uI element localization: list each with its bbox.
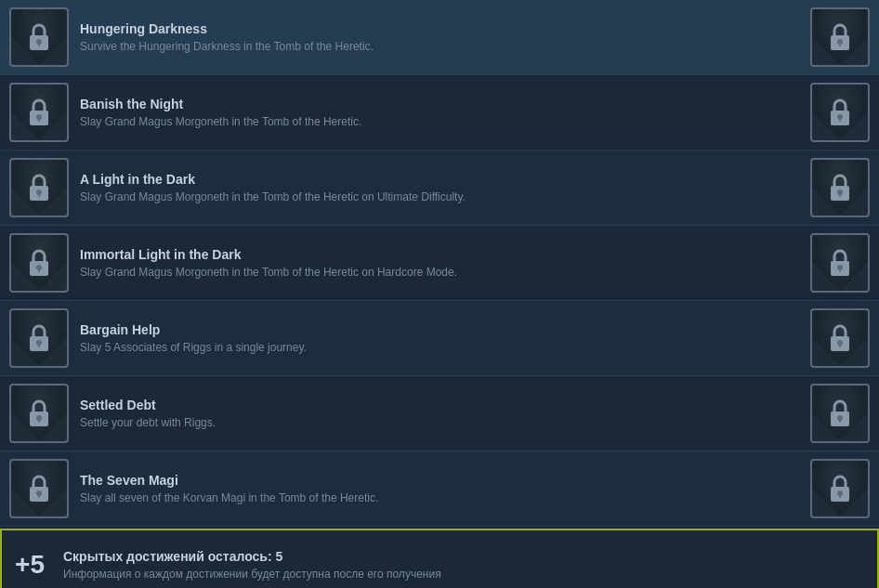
achievement-description: Slay Grand Magus Morgoneth in the Tomb o… (80, 190, 810, 203)
achievement-text: Immortal Light in the Dark Slay Grand Ma… (80, 247, 810, 279)
achievement-row: Hungering Darkness Survive the Hungering… (0, 0, 879, 75)
lock-icon (24, 321, 54, 355)
hidden-achievements-title: Скрытых достижений осталось: 5 (63, 549, 868, 564)
achievement-icon-right (810, 83, 870, 142)
achievement-icon-left (9, 7, 69, 67)
achievement-title: The Seven Magi (80, 473, 810, 488)
lock-icon-right (825, 96, 855, 129)
achievement-text: A Light in the Dark Slay Grand Magus Mor… (80, 172, 810, 203)
svg-point-7 (36, 114, 42, 120)
svg-rect-30 (30, 412, 48, 426)
achievement-icon-left (9, 459, 69, 518)
hidden-achievements-row: +5 Скрытых достижений осталось: 5 Информ… (0, 529, 879, 588)
lock-icon-right (825, 246, 855, 280)
achievement-title: A Light in the Dark (80, 172, 810, 187)
achievement-row: Banish the Night Slay Grand Magus Morgon… (0, 75, 879, 150)
svg-rect-0 (30, 35, 48, 50)
achievement-row: A Light in the Dark Slay Grand Magus Mor… (0, 150, 879, 226)
achievement-description: Survive the Hungering Darkness in the To… (80, 40, 810, 53)
lock-icon (24, 472, 54, 505)
svg-point-10 (837, 114, 843, 120)
svg-rect-5 (839, 42, 841, 46)
achievement-description: Slay Grand Magus Morgoneth in the Tomb o… (80, 266, 810, 279)
svg-point-31 (36, 415, 42, 421)
achievement-row: The Seven Magi Slay all seven of the Kor… (0, 451, 879, 527)
svg-rect-38 (38, 493, 40, 498)
svg-point-22 (837, 265, 843, 270)
svg-rect-24 (30, 336, 48, 351)
achievement-description: Slay Grand Magus Morgoneth in the Tomb o… (80, 115, 810, 128)
svg-point-19 (36, 265, 42, 270)
svg-rect-17 (839, 192, 841, 197)
svg-point-34 (837, 415, 843, 421)
svg-rect-21 (831, 261, 849, 276)
achievement-title: Immortal Light in the Dark (80, 247, 810, 262)
lock-icon-right (825, 397, 855, 430)
svg-rect-18 (30, 261, 48, 276)
achievement-text: Banish the Night Slay Grand Magus Morgon… (80, 97, 810, 128)
achievement-icon-right (810, 233, 870, 293)
svg-point-1 (36, 39, 42, 45)
svg-rect-23 (839, 268, 841, 272)
svg-rect-6 (30, 111, 48, 125)
achievement-title: Banish the Night (80, 97, 810, 111)
hidden-text-block: Скрытых достижений осталось: 5 Информаци… (63, 549, 868, 581)
achievement-icon-left (9, 308, 69, 368)
achievement-icon-right (810, 384, 870, 443)
achievement-row: Settled Debt Settle your debt with Riggs… (0, 376, 879, 451)
svg-rect-14 (38, 192, 40, 197)
achievement-icon-right (810, 158, 870, 217)
svg-rect-36 (30, 487, 48, 502)
svg-point-4 (837, 39, 843, 45)
achievement-description: Settle your debt with Riggs. (80, 416, 810, 429)
achievement-text: Bargain Help Slay 5 Associates of Riggs … (80, 322, 810, 354)
lock-icon-right (825, 20, 855, 54)
achievement-title: Settled Debt (80, 398, 810, 412)
achievement-list: Hungering Darkness Survive the Hungering… (0, 0, 879, 588)
achievement-description: Slay all seven of the Korvan Magi in the… (80, 491, 810, 504)
svg-rect-35 (839, 418, 841, 423)
achievement-text: The Seven Magi Slay all seven of the Kor… (80, 473, 810, 504)
achievement-row: Immortal Light in the Dark Slay Grand Ma… (0, 226, 879, 301)
svg-point-28 (837, 340, 843, 346)
svg-point-13 (36, 189, 42, 195)
achievement-icon-left (9, 83, 69, 142)
lock-icon (24, 397, 54, 430)
svg-rect-41 (839, 493, 841, 498)
achievement-icon-left (9, 384, 69, 443)
lock-icon (24, 96, 54, 129)
svg-point-40 (837, 490, 843, 496)
lock-icon (24, 171, 54, 204)
svg-rect-11 (839, 117, 841, 122)
svg-rect-39 (831, 487, 849, 502)
lock-icon (24, 246, 54, 280)
achievement-icon-right (810, 7, 870, 67)
lock-icon-right (825, 321, 855, 355)
achievement-title: Hungering Darkness (80, 21, 810, 36)
svg-rect-26 (38, 343, 40, 347)
svg-rect-9 (831, 111, 849, 125)
svg-rect-29 (839, 343, 841, 347)
achievement-icon-left (9, 158, 69, 217)
svg-rect-15 (831, 186, 849, 201)
achievement-icon-left (9, 233, 69, 293)
achievement-row: Bargain Help Slay 5 Associates of Riggs … (0, 301, 879, 376)
achievement-text: Settled Debt Settle your debt with Riggs… (80, 398, 810, 429)
hidden-achievements-subtitle: Информация о каждом достижении будет дос… (63, 568, 868, 581)
achievement-icon-right (810, 459, 870, 518)
svg-rect-8 (38, 117, 40, 122)
achievement-description: Slay 5 Associates of Riggs in a single j… (80, 341, 810, 354)
lock-icon-right (825, 171, 855, 204)
svg-rect-20 (38, 268, 40, 272)
svg-point-16 (837, 189, 843, 195)
lock-icon (24, 20, 54, 54)
achievement-icon-right (810, 308, 870, 368)
svg-rect-27 (831, 336, 849, 351)
svg-rect-12 (30, 186, 48, 201)
svg-point-25 (36, 340, 42, 346)
achievement-text: Hungering Darkness Survive the Hungering… (80, 21, 810, 53)
hidden-count: +5 (11, 550, 48, 580)
svg-rect-32 (38, 418, 40, 423)
svg-point-37 (36, 490, 42, 496)
lock-icon-right (825, 472, 855, 505)
